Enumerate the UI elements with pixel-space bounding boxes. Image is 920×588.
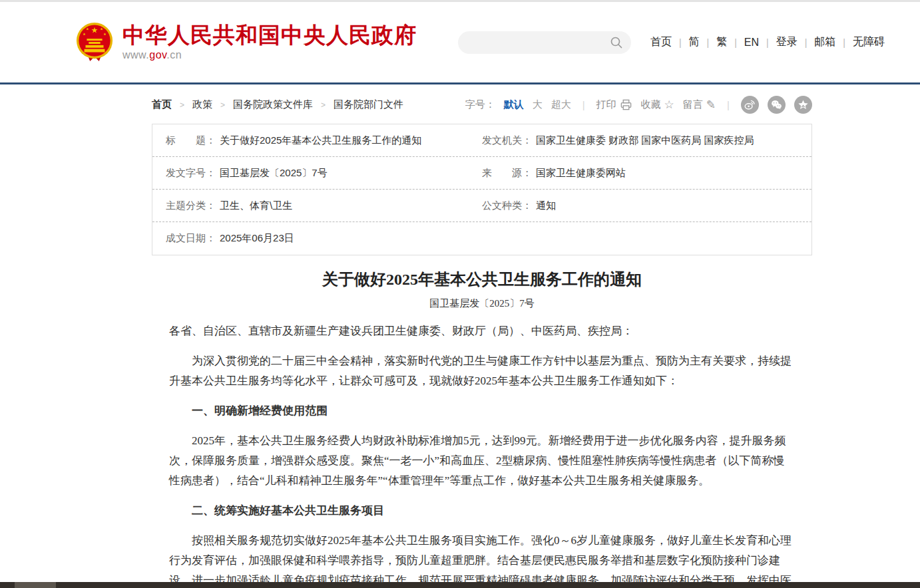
site-url-cn: .cn [166,49,182,61]
weibo-icon [744,99,756,110]
nav-accessibility[interactable]: 无障碍 [845,35,892,49]
meta-docnumber-value: 国卫基层发〔2025〕7号 [220,167,328,180]
document-meta-table: 标 题： 关于做好2025年基本公共卫生服务工作的通知 发文机关： 国家卫生健康… [152,124,812,255]
meta-title-value: 关于做好2025年基本公共卫生服务工作的通知 [220,134,421,147]
site-header: 中华人民共和国中央人民政府 www.gov.cn 首页| 简| 繁| EN| 登… [0,2,920,82]
meta-doctype-label: 公文种类： [482,200,532,212]
chevron-right-icon: > [180,100,184,110]
qzone-star-icon [798,99,809,110]
nav-english[interactable]: EN [737,37,766,49]
intro-paragraph: 为深入贯彻党的二十届三中全会精神，落实新时代党的卫生与健康工作方针中以基层为重点… [169,351,795,391]
wechat-icon [771,99,782,110]
section-2-heading: 二、统筹实施好基本公共卫生服务项目 [169,501,795,521]
meta-category-label: 主题分类： [166,200,216,212]
search-input[interactable] [469,37,610,48]
toolbar-separator: | [580,99,588,110]
meta-row-date: 成文日期： 2025年06月23日 [152,222,811,255]
header-divider [0,82,920,84]
fontsize-label: 字号： [465,98,495,111]
section-1-paragraph: 2025年，基本公共卫生服务经费人均财政补助标准增加5元，达到99元。新增经费用… [169,431,795,491]
favorite-button[interactable]: 收藏 ☆ [641,98,674,112]
meta-source-cell: 来 源： 国家卫生健康委网站 [482,167,798,180]
horizontal-scrollbar-track[interactable] [0,582,920,588]
site-url-gov: gov [149,49,166,61]
meta-date-cell: 成文日期： 2025年06月23日 [166,232,482,245]
meta-agency-cell: 发文机关： 国家卫生健康委 财政部 国家中医药局 国家疾控局 [482,134,798,147]
breadcrumb-policy-library[interactable]: 国务院政策文件库 [233,98,313,111]
nav-simplified[interactable]: 简 [682,35,707,49]
weibo-share-button[interactable] [741,96,759,114]
print-label: 打印 [596,98,616,111]
page-toolbar: 字号： 默认 大 超大 | 打印 收藏 ☆ 留言 ✎ | [465,96,812,114]
salutation-paragraph: 各省、自治区、直辖市及新疆生产建设兵团卫生健康委、财政厅（局）、中医药局、疾控局… [169,321,795,341]
meta-category-value: 卫生、体育\卫生 [220,200,292,212]
meta-source-value: 国家卫生健康委网站 [536,167,626,180]
site-url: www.gov.cn [122,49,417,61]
print-button[interactable]: 打印 [596,98,632,111]
chevron-right-icon: > [321,100,326,110]
meta-source-label: 来 源： [482,167,532,180]
meta-row-category-type: 主题分类： 卫生、体育\卫生 公文种类： 通知 [152,190,811,222]
qzone-share-button[interactable] [794,96,812,114]
meta-docnumber-cell: 发文字号： 国卫基层发〔2025〕7号 [166,167,482,180]
search-box[interactable] [458,31,631,54]
page: 中华人民共和国中央人民政府 www.gov.cn 首页| 简| 繁| EN| 登… [0,0,920,588]
site-identity: 中华人民共和国中央人民政府 www.gov.cn [122,23,417,61]
meta-date-value: 2025年06月23日 [220,232,294,245]
meta-category-cell: 主题分类： 卫生、体育\卫生 [166,200,482,212]
meta-agency-value: 国家卫生健康委 财政部 国家中医药局 国家疾控局 [536,134,754,147]
comment-button[interactable]: 留言 ✎ [683,98,716,112]
favorite-label: 收藏 [641,98,661,111]
breadcrumb: 首页 > 政策 > 国务院政策文件库 > 国务院部门文件 [152,98,403,111]
horizontal-scrollbar-thumb[interactable] [15,582,56,588]
document-body: 各省、自治区、直辖市及新疆生产建设兵团卫生健康委、财政厅（局）、中医药局、疾控局… [152,321,812,588]
meta-docnumber-label: 发文字号： [166,167,216,180]
pencil-icon: ✎ [706,98,716,112]
search-icon[interactable] [610,36,623,49]
meta-title-label: 标 题： [166,134,216,147]
breadcrumb-toolbar-row: 首页 > 政策 > 国务院政策文件库 > 国务院部门文件 字号： 默认 大 超大… [152,96,812,114]
national-emblem-icon [75,22,114,63]
meta-title-cell: 标 题： 关于做好2025年基本公共卫生服务工作的通知 [166,134,482,147]
meta-agency-label: 发文机关： [482,134,532,147]
breadcrumb-department-docs[interactable]: 国务院部门文件 [334,98,403,111]
header-right: 首页| 简| 繁| EN| 登录| 邮箱| 无障碍 [458,31,892,54]
toolbar-separator: | [724,99,732,110]
document-article: 关于做好2025年基本公共卫生服务工作的通知 国卫基层发〔2025〕7号 各省、… [152,269,812,588]
site-title[interactable]: 中华人民共和国中央人民政府 [122,23,417,47]
top-nav: 首页| 简| 繁| EN| 登录| 邮箱| 无障碍 [643,35,892,49]
printer-icon [620,98,632,111]
meta-row-title-agency: 标 题： 关于做好2025年基本公共卫生服务工作的通知 发文机关： 国家卫生健康… [152,124,811,157]
fontsize-large-button[interactable]: 大 [533,98,543,111]
site-logo[interactable]: 中华人民共和国中央人民政府 www.gov.cn [75,22,417,63]
nav-login[interactable]: 登录 [769,35,805,49]
section-1-heading: 一、明确新增经费使用范围 [169,401,795,421]
section-2-paragraph: 按照相关服务规范切实做好2025年基本公共卫生服务项目实施工作。强化0～6岁儿童… [169,531,795,588]
fontsize-default-button[interactable]: 默认 [504,98,524,111]
star-icon: ☆ [664,98,674,112]
share-group [741,96,812,114]
nav-home[interactable]: 首页 [643,35,679,49]
nav-mail[interactable]: 邮箱 [807,35,843,49]
meta-doctype-value: 通知 [536,200,556,212]
meta-row-number-source: 发文字号： 国卫基层发〔2025〕7号 来 源： 国家卫生健康委网站 [152,157,811,190]
comment-label: 留言 [683,98,703,111]
chevron-right-icon: > [220,100,225,110]
meta-date-label: 成文日期： [166,232,216,245]
breadcrumb-home[interactable]: 首页 [152,98,172,111]
document-number: 国卫基层发〔2025〕7号 [152,297,812,310]
site-url-www: www. [122,49,149,61]
wechat-share-button[interactable] [768,96,786,114]
nav-traditional[interactable]: 繁 [709,35,734,49]
breadcrumb-policy[interactable]: 政策 [192,98,212,111]
meta-doctype-cell: 公文种类： 通知 [482,200,798,212]
document-title: 关于做好2025年基本公共卫生服务工作的通知 [152,269,812,290]
fontsize-xlarge-button[interactable]: 超大 [551,98,571,111]
